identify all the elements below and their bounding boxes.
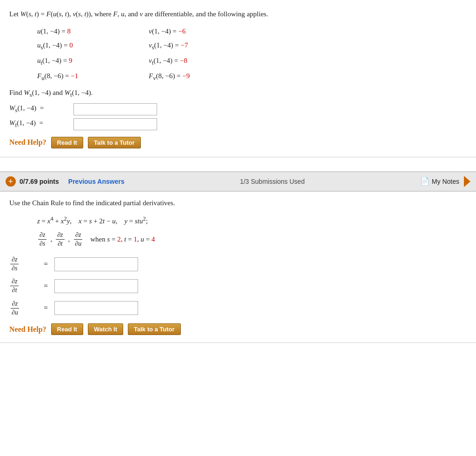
need-help-1: Need Help? Read It Talk to a Tutor (9, 137, 467, 148)
plus-circle-icon[interactable]: + (6, 176, 16, 187)
problem2-text: Use the Chain Rule to find the indicated… (9, 199, 467, 207)
section1: Let W(s, t) = F(u(s, t), v(s, t)), where… (0, 0, 476, 157)
dz-dt-row: ∂z ∂t = (9, 277, 467, 295)
dz-dt-input[interactable] (54, 279, 138, 293)
talk-to-tutor-button-2[interactable]: Talk to a Tutor (128, 323, 181, 335)
dz-du-label: ∂z ∂u (9, 300, 37, 317)
need-help-2: Need Help? Read It Watch It Talk to a Tu… (9, 323, 467, 335)
talk-to-tutor-button-1[interactable]: Talk to a Tutor (88, 137, 141, 148)
frac-dz-du: ∂z ∂u (73, 231, 83, 248)
my-notes[interactable]: 📄 My Notes (420, 177, 459, 186)
watch-it-button[interactable]: Watch It (88, 323, 123, 335)
dz-ds-row: ∂z ∂s = (9, 255, 467, 273)
read-it-button-1[interactable]: Read It (51, 137, 83, 148)
frac-label-dz-ds: ∂z ∂s (10, 255, 19, 273)
ws-row: Ws(1, −4) = (9, 103, 467, 115)
submissions-text: 1/3 Submissions Used (240, 178, 304, 185)
read-it-button-2[interactable]: Read It (51, 323, 83, 335)
notes-icon: 📄 (420, 177, 430, 186)
ws-input[interactable] (73, 103, 157, 115)
points-header-bar: + 0/7.69 points Previous Answers 1/3 Sub… (0, 171, 476, 192)
find-text: Find Ws(1, −4) and Wt(1, −4). (9, 89, 467, 99)
problem1-text: Let W(s, t) = F(u(s, t), v(s, t)), where… (9, 8, 467, 20)
dz-dt-label: ∂z ∂t (9, 277, 37, 295)
dz-du-row: ∂z ∂u = (9, 300, 467, 317)
frac-label-dz-dt: ∂z ∂t (10, 277, 19, 295)
previous-answers-link[interactable]: Previous Answers (68, 178, 125, 185)
section2: Use the Chain Rule to find the indicated… (0, 192, 476, 343)
need-help-label-2: Need Help? (9, 325, 46, 334)
equations-block: u(1, −4) = 8 v(1, −4) = −6 us(1, −4) = 0… (37, 24, 467, 84)
frac-label-dz-du: ∂z ∂u (10, 300, 20, 317)
bottom-separator (0, 342, 476, 343)
points-text: 0/7.69 points (20, 178, 59, 185)
wt-label: Wt(1, −4) = (9, 119, 70, 129)
dz-du-input[interactable] (54, 301, 138, 315)
need-help-label-1: Need Help? (9, 138, 46, 147)
dz-ds-label: ∂z ∂s (9, 255, 37, 273)
frac-dz-ds: ∂z ∂s (38, 231, 46, 248)
next-arrow-icon[interactable] (464, 176, 470, 187)
spacer (0, 157, 476, 171)
dz-ds-input[interactable] (54, 257, 138, 271)
wt-input[interactable] (73, 118, 157, 130)
equals-1: = (44, 260, 48, 268)
frac-dz-dt: ∂z ∂t (56, 231, 64, 248)
wt-row: Wt(1, −4) = (9, 118, 467, 130)
ws-label: Ws(1, −4) = (9, 104, 70, 114)
my-notes-label: My Notes (432, 178, 459, 185)
equals-2: = (44, 282, 48, 290)
chain-rule-equations: z = x4 + x2y, x = s + 2t − u, y = stu2; … (37, 213, 467, 248)
equals-3: = (44, 304, 48, 312)
